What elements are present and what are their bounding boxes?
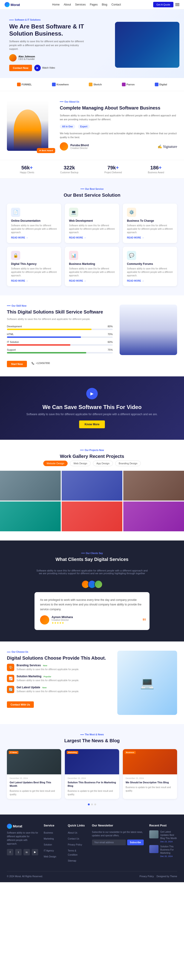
about-title: Complete Managing About Software Busines…: [60, 105, 177, 111]
blog-title-1: Get Latest Updates Best Blog This Month: [10, 781, 58, 788]
portfolio-item-6[interactable]: +: [123, 501, 184, 531]
testimonials-title: What Clients Say Digital Services: [9, 556, 175, 562]
footer-link-contact[interactable]: Contact Us: [68, 837, 79, 840]
why-feature-marketing: 📈 Solution Marketing Popular Software ab…: [7, 675, 110, 682]
contact-now-button[interactable]: Contact Now: [9, 65, 32, 71]
business-marketing-icon: 📊: [69, 251, 78, 260]
testimonial-card: As we privileged to work with success ev…: [35, 592, 149, 630]
testimonial-text: As we privileged to work with success ev…: [40, 598, 144, 612]
about-badge: Our About Us: [60, 100, 177, 103]
read-more-3[interactable]: READ MORE: [127, 236, 173, 239]
footer-desc: Software ability to save this for differ…: [7, 831, 38, 846]
footer-link-solution[interactable]: Solution: [44, 843, 52, 846]
blog-title-2: Solution This Business For In Marketing …: [68, 781, 116, 788]
dot-2[interactable]: [91, 803, 93, 805]
footer-link-business[interactable]: Business: [44, 832, 53, 834]
nav-contact[interactable]: Contact: [112, 3, 121, 6]
portfolio-item-5[interactable]: +: [62, 501, 122, 531]
recent-post-1: Get Latest Updates Best Blog This Month …: [149, 830, 177, 843]
navbar: Morat Home About Services Pages Blog Con…: [0, 0, 184, 10]
skill-it-label: IT Solution: [7, 340, 19, 344]
why-feature-branding: 🎨 Branding Services New Software ability…: [7, 664, 110, 671]
subscribe-button[interactable]: Subscribe: [127, 840, 144, 845]
portfolio-item-4[interactable]: +: [0, 501, 61, 531]
read-more-2[interactable]: READ MORE: [69, 236, 115, 239]
portfolio-title: Work Gallery Recent Projects: [0, 453, 184, 459]
update-text: Software ability to save this for differ…: [16, 690, 79, 693]
portfolio-item-2[interactable]: +: [62, 471, 122, 501]
footer-link-privacy[interactable]: Privacy Policy: [68, 843, 82, 846]
contact-us-button[interactable]: Contact With Us: [7, 702, 34, 708]
why-content: Our Choose Us Digital Solutions Choose P…: [7, 651, 110, 708]
portfolio-item-1[interactable]: +: [0, 471, 61, 501]
nav-services[interactable]: Services: [75, 3, 86, 6]
blog-excerpt-1: Business is update to get the best resul…: [10, 789, 58, 796]
blog-meta-2: December 23, 2024: [68, 777, 116, 780]
tab-app-design[interactable]: App Design: [93, 461, 113, 466]
dot-1[interactable]: [88, 803, 90, 805]
footer-privacy-link[interactable]: Privacy Policy: [139, 875, 154, 878]
watch-video-button[interactable]: ▶ Watch Video: [34, 65, 55, 71]
tab-website-design[interactable]: Website Design: [43, 461, 68, 466]
stats-section: 56k+ Happy Clients 322k Customer Backup …: [0, 160, 184, 178]
footer-link-webdesign[interactable]: Web Design: [44, 855, 56, 858]
service-desc-2: Software ability to save this for differ…: [69, 224, 115, 234]
newsletter-input[interactable]: [92, 840, 126, 845]
footer-recent-title: Recent Post: [149, 824, 177, 827]
avatar: [9, 54, 16, 62]
dot-3[interactable]: [94, 803, 96, 805]
signature: ✍ Signature: [158, 144, 177, 149]
read-more-6[interactable]: READ MORE: [127, 280, 173, 282]
hero-badge: Software & IT Solutions: [9, 19, 87, 21]
blog-excerpt-3: Business is update to get the best resul…: [126, 786, 174, 792]
author-role: Creative Director: [70, 147, 89, 150]
phone-icon: 📞: [32, 362, 34, 364]
footer-link-itagency[interactable]: IT Agency: [44, 850, 54, 852]
testimonial-avatar: [40, 615, 49, 625]
digital-icon: [155, 83, 158, 86]
rp-text-1: Get Latest Updates Best Blog This Month: [160, 830, 177, 840]
social-youtube[interactable]: ▶: [32, 849, 38, 855]
footer-link-marketing[interactable]: Marketing: [44, 837, 54, 840]
footer-link-terms[interactable]: Terms & Condition: [68, 850, 77, 856]
partner-digital: Digital: [155, 83, 167, 86]
video-play-button[interactable]: ▶: [86, 388, 98, 399]
logo[interactable]: Morat: [5, 2, 20, 7]
nav-blog[interactable]: Blog: [102, 3, 107, 6]
portfolio-grid: + + + + +: [0, 471, 184, 531]
read-more-5[interactable]: READ MORE: [69, 280, 115, 282]
stat-awards: 186+ Business Award: [148, 165, 164, 174]
blog-card-1: IT News December 23, 2024 Get Latest Upd…: [7, 749, 61, 799]
footer-designed-link[interactable]: Designed by Theme: [157, 875, 177, 878]
skills-content: Our Skill Now This Digital Solutions Ski…: [7, 305, 113, 367]
nav-about[interactable]: About: [64, 3, 71, 6]
hero-author: Alex Johnson CEO & Founder: [9, 54, 87, 62]
portfolio-item-3[interactable]: +: [123, 471, 184, 501]
social-linkedin[interactable]: in: [24, 849, 30, 855]
know-more-button[interactable]: Know More: [79, 420, 105, 428]
stat-label-projects: Project Delivered: [104, 171, 122, 174]
social-facebook[interactable]: f: [7, 849, 13, 855]
video-cta-section: ▶ We Can Save Software This For Video So…: [0, 376, 184, 440]
branding-title: Branding Services New: [16, 664, 79, 667]
footer-link-sitemap[interactable]: Sitemap: [68, 859, 76, 862]
stat-customer-backup: 322k Customer Backup: [60, 165, 78, 174]
skill-dev-label: Development: [7, 325, 22, 328]
service-desc-1: Software ability to save this for differ…: [11, 224, 57, 234]
footer-link-about[interactable]: About Us: [68, 832, 77, 834]
feature-expert: Expert: [78, 124, 90, 129]
nav-pages[interactable]: Pages: [90, 3, 98, 6]
start-now-button[interactable]: Start Now: [7, 361, 27, 367]
read-more-1[interactable]: READ MORE: [11, 236, 57, 239]
portfolio-section: Our Projects Now Work Gallery Recent Pro…: [0, 440, 184, 541]
nav-home[interactable]: Home: [52, 3, 59, 6]
online-doc-icon: 📄: [11, 208, 20, 217]
tab-branding[interactable]: Branding Design: [115, 461, 141, 466]
testimonials-section: Our Clients Say What Clients Say Digital…: [0, 541, 184, 641]
read-more-4[interactable]: READ MORE: [11, 280, 57, 282]
skill-support-bar: [7, 352, 113, 353]
tab-web-design[interactable]: Web Design: [70, 461, 91, 466]
get-quote-button[interactable]: Get A Quote: [153, 2, 173, 7]
hamburger-menu[interactable]: [175, 3, 179, 6]
social-twitter[interactable]: t: [15, 849, 22, 855]
